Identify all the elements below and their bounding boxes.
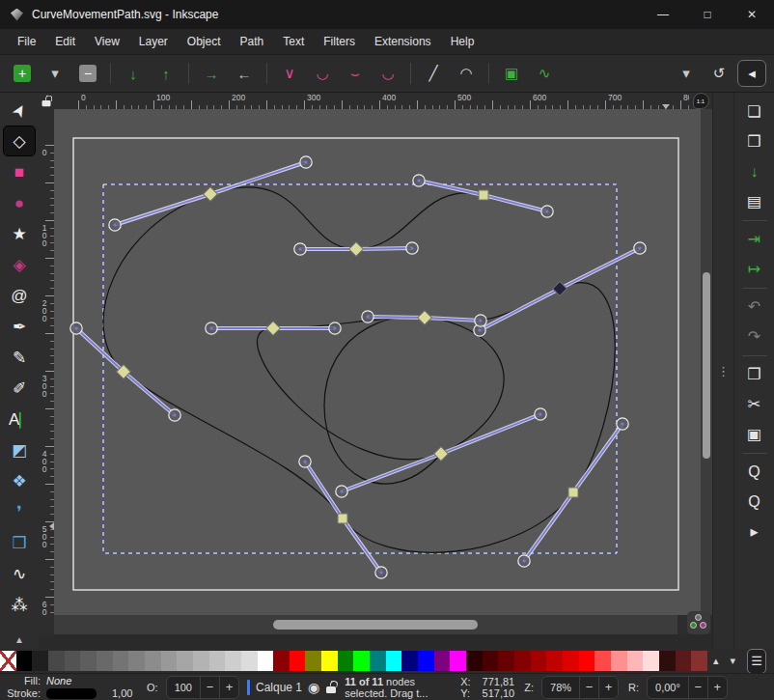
opacity-decrease-button[interactable]: − <box>200 677 219 698</box>
zoom-increase-button[interactable]: + <box>598 677 618 698</box>
palette-menu-button[interactable]: ☰ <box>747 649 766 674</box>
zoom-decrease-button[interactable]: − <box>579 677 598 698</box>
palette-scroll-up-icon[interactable]: ▴ <box>713 655 719 667</box>
palette-swatch[interactable] <box>258 651 274 671</box>
palette-swatch[interactable] <box>338 651 354 671</box>
print-button[interactable]: ▤ <box>740 190 769 213</box>
dock-splitter[interactable]: ⋮ <box>712 93 733 649</box>
palette-swatch[interactable] <box>370 651 386 671</box>
stroke-width-value[interactable]: 1,00 <box>104 687 137 699</box>
auto-smooth-node-button[interactable]: ◡ <box>373 60 402 87</box>
palette-swatch[interactable] <box>691 651 707 671</box>
menu-edit[interactable]: Edit <box>45 31 85 52</box>
calligraphy-tool[interactable]: ✐ <box>4 374 35 403</box>
palette-swatch[interactable] <box>161 651 178 671</box>
palette-swatch[interactable] <box>209 651 226 671</box>
redo-button[interactable]: ↷ <box>740 325 769 349</box>
path-node[interactable] <box>479 190 488 200</box>
show-transform-handles-button[interactable]: ↺ <box>705 60 733 87</box>
palette-swatch[interactable] <box>177 651 193 671</box>
palette-swatch[interactable] <box>563 651 579 671</box>
palette-swatch[interactable] <box>32 651 48 671</box>
minimize-button[interactable]: — <box>641 0 685 29</box>
palette-swatch[interactable] <box>48 651 65 671</box>
palette-swatch[interactable] <box>418 651 434 671</box>
opacity-spinner[interactable]: 100 − + <box>166 676 239 699</box>
palette-swatch[interactable] <box>659 651 676 671</box>
vertical-ruler[interactable]: 0100200300400500600 <box>39 109 54 615</box>
delete-node-button[interactable]: − <box>73 60 102 87</box>
palette-swatch[interactable] <box>401 651 418 671</box>
palette-swatch[interactable] <box>273 651 290 671</box>
stroke-to-path-button[interactable]: ∿ <box>530 60 559 87</box>
rotation-value[interactable]: 0,00° <box>648 682 688 693</box>
palette-swatch[interactable] <box>514 651 531 671</box>
menu-extensions[interactable]: Extensions <box>365 31 441 52</box>
selector-tool[interactable]: ➤ <box>4 96 35 125</box>
star-tool[interactable]: ★ <box>4 219 35 248</box>
toolbar-options-menu[interactable]: ▾ <box>672 60 701 87</box>
rotation-decrease-button[interactable]: − <box>688 677 707 698</box>
guide-lock-icon[interactable] <box>41 96 52 107</box>
palette-swatch[interactable] <box>594 651 611 671</box>
zoom-selection-button[interactable]: Q <box>740 461 769 484</box>
palette-swatch[interactable] <box>483 651 499 671</box>
dropper-tool[interactable]: ❜ <box>4 497 35 526</box>
ellipse-tool[interactable]: ● <box>4 188 35 217</box>
rotation-increase-button[interactable]: + <box>707 677 727 698</box>
expand-dialogs-button[interactable]: ▸ <box>740 520 769 544</box>
palette-swatch[interactable] <box>241 651 258 671</box>
fill-value[interactable]: None <box>46 675 104 686</box>
smooth-node-button[interactable]: ◡ <box>308 60 337 87</box>
palette-swatch[interactable] <box>643 651 659 671</box>
menu-filters[interactable]: Filters <box>314 31 365 52</box>
collapse-toolbar-button[interactable]: ◂ <box>737 60 766 87</box>
palette-swatch[interactable] <box>627 651 644 671</box>
layer-visibility-icon[interactable]: ◉ <box>308 680 319 695</box>
palette-swatch[interactable] <box>466 651 483 671</box>
path-node[interactable] <box>568 488 578 497</box>
gradient-tool[interactable]: ◩ <box>4 435 35 464</box>
palette-swatch[interactable] <box>305 651 321 671</box>
text-tool[interactable]: A <box>4 405 35 434</box>
paint-bucket-tool[interactable]: ❒ <box>4 528 35 557</box>
canvas-viewport[interactable] <box>54 109 701 615</box>
zoom-drawing-button[interactable]: Q <box>740 490 769 514</box>
palette-swatch[interactable] <box>145 651 161 671</box>
opacity-increase-button[interactable]: + <box>219 677 238 698</box>
menu-help[interactable]: Help <box>441 31 484 52</box>
palette-swatch[interactable] <box>386 651 402 671</box>
join-nodes-button[interactable]: ↑ <box>152 60 180 87</box>
curve-segment-button[interactable]: ◠ <box>452 60 481 87</box>
palette-swatch[interactable] <box>546 651 563 671</box>
opacity-value[interactable]: 100 <box>167 682 200 693</box>
palette-swatch[interactable] <box>353 651 370 671</box>
tweak-tool[interactable]: ∿ <box>4 559 35 588</box>
horizontal-ruler[interactable]: 0100200300400500600700800 <box>54 93 689 109</box>
palette-swatch[interactable] <box>97 651 113 671</box>
palette-swatch[interactable] <box>193 651 209 671</box>
zoom-spinner[interactable]: 78% − + <box>541 676 619 699</box>
zoom-value[interactable]: 78% <box>542 682 579 693</box>
pen-tool[interactable]: ✒ <box>4 312 35 341</box>
corner-node-button[interactable]: ∨ <box>275 60 304 87</box>
menu-view[interactable]: View <box>85 31 129 52</box>
palette-swatch[interactable] <box>531 651 547 671</box>
palette-swatch[interactable] <box>498 651 514 671</box>
node-tool[interactable]: ◇ <box>4 126 35 155</box>
palette-swatch[interactable] <box>0 651 16 671</box>
palette-scroll-down-icon[interactable]: ▾ <box>730 655 735 667</box>
menu-file[interactable]: File <box>8 31 45 52</box>
palette-swatch[interactable] <box>16 651 33 671</box>
menu-text[interactable]: Text <box>273 31 314 52</box>
current-layer-name[interactable]: Calque 1 <box>256 681 302 694</box>
palette-swatch[interactable] <box>450 651 466 671</box>
palette-swatch[interactable] <box>128 651 145 671</box>
horizontal-scrollbar-thumb[interactable] <box>273 620 478 630</box>
break-path-button[interactable]: ↓ <box>119 60 148 87</box>
menu-object[interactable]: Object <box>178 31 231 52</box>
palette-swatch[interactable] <box>434 651 451 671</box>
menu-layer[interactable]: Layer <box>129 31 178 52</box>
line-segment-button[interactable]: ╱ <box>419 60 448 87</box>
object-to-path-button[interactable]: ▣ <box>497 60 526 87</box>
